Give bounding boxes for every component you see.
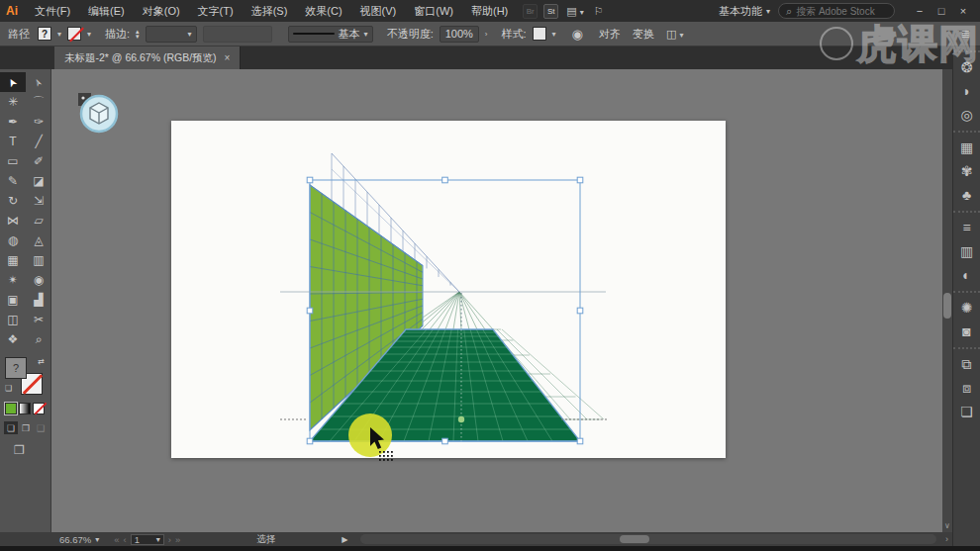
none-button[interactable] — [33, 403, 45, 414]
selection-tool[interactable]: ➤ — [0, 72, 26, 92]
selection-handle[interactable] — [577, 177, 583, 183]
column-graph-tool[interactable]: ▟ — [26, 290, 51, 310]
document-tab[interactable]: 未标题-2* @ 66.67% (RGB/预览) × — [54, 46, 241, 69]
pen-tool[interactable]: ✒ — [0, 112, 26, 132]
zoom-level-select[interactable]: 66.67% ▾ — [59, 534, 99, 545]
selection-handle[interactable] — [307, 177, 313, 183]
symbols-panel-icon[interactable]: ♣ — [953, 183, 980, 207]
perspective-grid-tool[interactable]: ◬ — [26, 230, 51, 250]
slice-tool[interactable]: ✂ — [26, 310, 51, 329]
rectangle-tool[interactable]: ▭ — [0, 151, 26, 171]
curvature-tool[interactable]: ✑ — [26, 112, 51, 132]
fill-proxy[interactable]: ? — [5, 357, 27, 379]
menu-edit[interactable]: 编辑(E) — [79, 0, 134, 22]
fill-stroke-control[interactable]: ⇄ ❏ ? — [5, 357, 45, 395]
bridge-icon[interactable]: Br — [523, 4, 538, 19]
symbol-sprayer-tool[interactable]: ▣ — [0, 290, 26, 310]
appearance-panel-icon[interactable]: ✺ — [953, 296, 980, 320]
color-button[interactable] — [5, 403, 17, 414]
swap-fill-stroke-icon[interactable]: ⇄ — [38, 357, 45, 366]
default-fill-stroke-icon[interactable]: ❏ — [5, 384, 12, 393]
menu-select[interactable]: 选择(S) — [243, 0, 297, 22]
mesh-tool[interactable]: ▦ — [0, 250, 26, 270]
width-tool[interactable]: ⋈ — [0, 211, 26, 230]
artboard-tool[interactable]: ◫ — [0, 310, 26, 329]
style-swatch[interactable] — [533, 27, 546, 41]
zoom-tool[interactable]: ⌕ — [26, 329, 51, 349]
status-flyout-icon[interactable]: ▶ — [342, 535, 347, 544]
chevron-down-icon[interactable]: ▾ — [57, 30, 61, 39]
last-artboard-icon[interactable]: » — [175, 534, 180, 545]
prev-artboard-icon[interactable]: ‹ — [124, 534, 127, 545]
selection-handle[interactable] — [577, 308, 583, 314]
rotate-tool[interactable]: ↻ — [0, 191, 26, 211]
artwork-layer[interactable] — [51, 69, 942, 532]
tab-close-icon[interactable]: × — [225, 52, 231, 63]
brush-definition-select[interactable]: 基本 ▾ — [288, 26, 373, 43]
selection-handle[interactable] — [442, 438, 448, 444]
align-button[interactable]: 对齐 — [599, 27, 621, 42]
menu-file[interactable]: 文件(F) — [26, 0, 79, 22]
paintbrush-tool[interactable]: ✐ — [26, 151, 51, 171]
gradient-panel-icon[interactable]: ▥ — [953, 239, 980, 263]
magic-wand-tool[interactable]: ✳ — [0, 92, 26, 112]
draw-normal-mode[interactable]: ❏ — [4, 421, 18, 434]
eraser-tool[interactable]: ◪ — [26, 171, 51, 191]
gradient-tool[interactable]: ▥ — [26, 250, 51, 270]
arrange-documents-icon[interactable]: ▤ ▾ — [564, 5, 585, 18]
color-guide-panel-icon[interactable]: ◗ — [953, 79, 980, 103]
type-tool[interactable]: T — [0, 132, 26, 151]
menu-effect[interactable]: 效果(C) — [296, 0, 350, 22]
direct-selection-tool[interactable]: ➢ — [26, 72, 51, 92]
menu-view[interactable]: 视图(V) — [351, 0, 406, 22]
opacity-more-button[interactable]: › — [485, 30, 488, 39]
graphic-styles-panel-icon[interactable]: ◙ — [953, 320, 980, 343]
selection-handle[interactable] — [577, 438, 583, 444]
search-input[interactable] — [796, 6, 885, 17]
draw-behind-mode[interactable]: ❐ — [19, 421, 33, 434]
shaper-tool[interactable]: ✎ — [0, 171, 26, 191]
free-transform-tool[interactable]: ▱ — [26, 211, 51, 230]
eyedropper-tool[interactable]: ✴ — [0, 270, 26, 290]
close-button[interactable]: × — [952, 0, 974, 22]
menu-help[interactable]: 帮助(H) — [462, 0, 517, 22]
lasso-tool[interactable]: ⌒ — [26, 92, 51, 112]
stock-icon[interactable]: St — [543, 4, 558, 19]
maximize-button[interactable]: □ — [931, 0, 952, 22]
chevron-down-icon[interactable]: ▾ — [552, 30, 556, 39]
scroll-down-icon[interactable]: ∨ — [942, 521, 952, 530]
style-label[interactable]: 样式: — [502, 27, 527, 42]
menu-type[interactable]: 文字(T) — [189, 0, 243, 22]
selection-handle[interactable] — [307, 308, 313, 314]
artboard-number-select[interactable]: 1 ▾ — [131, 534, 164, 545]
selection-handle[interactable] — [442, 177, 448, 183]
libraries-panel-icon[interactable]: ◎ — [953, 103, 980, 127]
chevron-down-icon[interactable]: ▾ — [87, 30, 91, 39]
export-panel-icon[interactable]: ⧉ — [953, 352, 980, 376]
document-setup-icon[interactable]: ◉ — [572, 27, 583, 42]
layers-panel-icon[interactable]: ⧈ — [953, 376, 980, 400]
share-icon[interactable]: ⚐ — [592, 5, 606, 18]
gradient-button[interactable] — [19, 403, 31, 414]
artboards-panel-icon[interactable]: ❏ — [953, 400, 980, 423]
vertical-scrollbar-thumb[interactable] — [943, 293, 951, 319]
scale-tool[interactable]: ⇲ — [26, 191, 51, 211]
transform-button[interactable]: 变换 — [633, 27, 654, 42]
stock-search[interactable]: ⌕ — [778, 3, 895, 19]
stroke-color-proxy[interactable] — [67, 27, 81, 41]
horizontal-scrollbar[interactable] — [360, 534, 936, 544]
panel-menu-icon[interactable]: ≣ — [961, 28, 972, 41]
color-panel-icon[interactable]: ❂ — [953, 55, 980, 79]
stroke-weight-stepper[interactable]: ▴▾ — [136, 29, 140, 39]
swatches-panel-icon[interactable]: ▦ — [953, 136, 980, 159]
first-artboard-icon[interactable]: « — [114, 534, 119, 545]
arrange-icon[interactable]: ◫ ▾ — [666, 28, 683, 41]
minimize-button[interactable]: − — [909, 0, 931, 22]
stroke-panel-icon[interactable]: ≡ — [953, 216, 980, 239]
stroke-weight-label[interactable]: 描边: — [105, 27, 130, 42]
line-segment-tool[interactable]: ╱ — [26, 132, 51, 151]
blend-tool[interactable]: ◉ — [26, 270, 51, 290]
screen-mode-button[interactable]: ❐ — [14, 443, 50, 457]
canvas[interactable] — [51, 69, 942, 532]
hand-tool[interactable]: ❖ — [0, 329, 26, 349]
